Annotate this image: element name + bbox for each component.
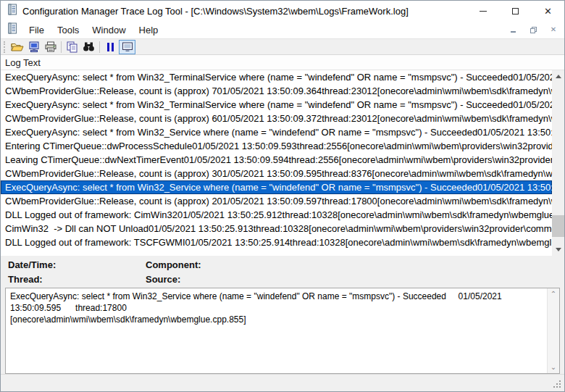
detail-scroll-up-icon[interactable]: ⌃ xyxy=(548,288,559,300)
highlight-button[interactable] xyxy=(119,40,135,54)
print-button[interactable] xyxy=(42,40,59,54)
detail-pane[interactable]: ExecQueryAsync: select * from Win32_Serv… xyxy=(5,288,560,374)
window-title: Configuration Manager Trace Log Tool - [… xyxy=(22,6,466,17)
mdi-minimize-icon xyxy=(511,31,516,33)
title-bar: Configuration Manager Trace Log Tool - [… xyxy=(1,1,564,21)
log-row[interactable]: Leaving CTimerQueue::dwNextTimerEvent01/… xyxy=(1,153,552,167)
scroll-up-arrow-icon[interactable] xyxy=(552,70,564,83)
cmtrace-window: Configuration Manager Trace Log Tool - [… xyxy=(0,0,565,392)
scrollbar-thumb[interactable] xyxy=(552,215,564,237)
detail-labels-panel: Date/Time: Component: Thread: Source: xyxy=(1,256,564,288)
log-row[interactable]: ExecQueryAsync: select * from Win32_Term… xyxy=(1,70,552,84)
open-folder-icon xyxy=(11,41,24,52)
source-label: Source: xyxy=(146,274,180,285)
maximize-icon xyxy=(512,8,519,14)
close-button[interactable]: ✕ xyxy=(532,1,564,21)
open-remote-button[interactable] xyxy=(25,40,42,54)
menu-file[interactable]: File xyxy=(22,23,51,37)
log-row[interactable]: CWbemProviderGlue::Release, count is (ap… xyxy=(1,112,552,125)
mdi-restore-icon xyxy=(530,27,537,33)
toolbar-separator xyxy=(61,41,62,53)
menu-help[interactable]: Help xyxy=(133,23,165,37)
log-row[interactable]: ExecQueryAsync: select * from Win32_Serv… xyxy=(1,180,552,194)
detail-line-2: [onecore\admin\wmi\wbem\sdk\framedyn\wbe… xyxy=(10,314,246,325)
monitor-icon xyxy=(122,42,133,52)
log-row[interactable]: Entering CTimerQueue::dwProcessSchedule0… xyxy=(1,139,552,153)
mdi-restore-button[interactable] xyxy=(528,25,538,35)
mdi-document-icon xyxy=(7,22,18,37)
log-row[interactable]: DLL Logged out of framework: TSCFGWMI01/… xyxy=(1,235,552,249)
status-bar xyxy=(1,374,564,391)
toolbar xyxy=(1,38,564,55)
computer-icon xyxy=(28,41,40,53)
log-row[interactable]: CimWin32 -> Dll can NOT Unload01/05/2021… xyxy=(1,222,552,235)
binoculars-icon xyxy=(83,41,95,52)
copy-button[interactable] xyxy=(64,40,80,54)
component-label: Component: xyxy=(146,259,201,270)
pause-button[interactable] xyxy=(102,40,119,54)
menu-tools[interactable]: Tools xyxy=(51,23,85,37)
mdi-close-icon: ✕ xyxy=(551,26,556,33)
log-list: Log Text ExecQueryAsync: select * from W… xyxy=(1,55,564,256)
date-time-label: Date/Time: xyxy=(8,259,56,270)
minimize-icon xyxy=(480,11,487,12)
log-row[interactable]: ExecQueryAsync: select * from Win32_Term… xyxy=(1,98,552,112)
log-rows: ExecQueryAsync: select * from Win32_Term… xyxy=(1,70,552,256)
close-icon: ✕ xyxy=(544,7,552,16)
app-log-icon xyxy=(7,4,18,18)
find-button[interactable] xyxy=(80,40,97,54)
detail-pane-wrapper: ExecQueryAsync: select * from Win32_Serv… xyxy=(1,288,564,374)
mdi-minimize-button[interactable] xyxy=(508,25,518,35)
log-row[interactable]: CWbemProviderGlue::Release, count is (ap… xyxy=(1,167,552,180)
scroll-down-arrow-icon[interactable] xyxy=(552,243,564,256)
mdi-close-button[interactable]: ✕ xyxy=(548,25,558,35)
detail-vertical-scrollbar[interactable]: ⌃ ⌄ xyxy=(547,288,559,373)
detail-line-1: ExecQueryAsync: select * from Win32_Serv… xyxy=(10,291,504,313)
minimize-button[interactable] xyxy=(466,1,499,21)
log-row[interactable]: CWbemProviderGlue::Release, count is (ap… xyxy=(1,84,552,98)
copy-icon xyxy=(67,41,78,53)
log-row[interactable]: ExecQueryAsync: select * from Win32_Serv… xyxy=(1,125,552,139)
resize-grip[interactable] xyxy=(559,380,561,382)
menu-window[interactable]: Window xyxy=(85,23,132,37)
log-row[interactable]: DLL Logged out of framework: CimWin3201/… xyxy=(1,208,552,222)
printer-icon xyxy=(45,41,56,52)
log-text-column-header[interactable]: Log Text xyxy=(1,56,564,70)
detail-scroll-down-icon[interactable]: ⌄ xyxy=(548,362,559,373)
pause-icon xyxy=(107,43,114,51)
thread-label: Thread: xyxy=(8,274,43,285)
menu-bar: File Tools Window Help ✕ xyxy=(1,21,564,38)
maximize-button[interactable] xyxy=(499,1,532,21)
detail-text: ExecQueryAsync: select * from Win32_Serv… xyxy=(10,291,545,371)
toolbar-grip xyxy=(4,41,6,53)
list-vertical-scrollbar[interactable] xyxy=(552,70,564,256)
log-row[interactable]: CWbemProviderGlue::Release, count is (ap… xyxy=(1,194,552,208)
toolbar-separator xyxy=(99,41,100,53)
open-log-button[interactable] xyxy=(9,40,25,54)
